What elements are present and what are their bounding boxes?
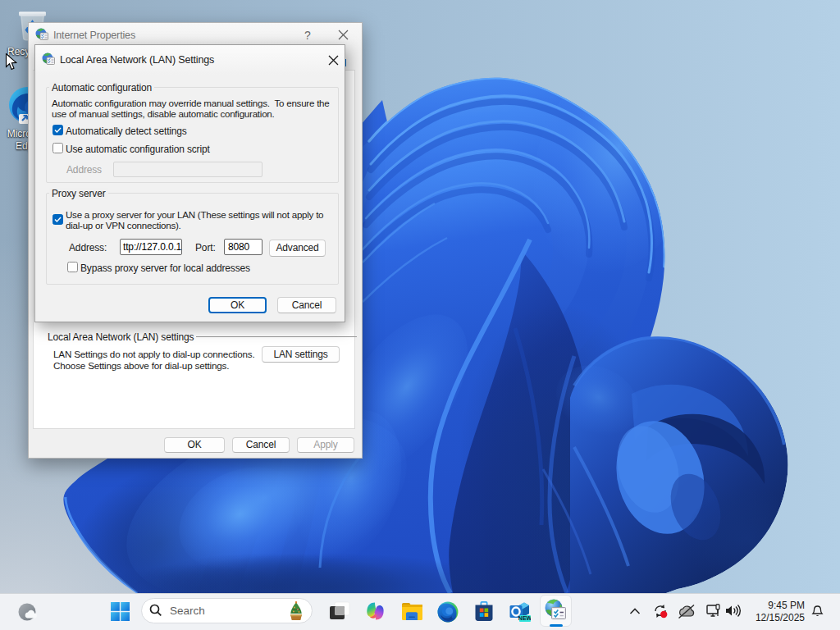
svg-text:NEW: NEW (518, 615, 531, 621)
